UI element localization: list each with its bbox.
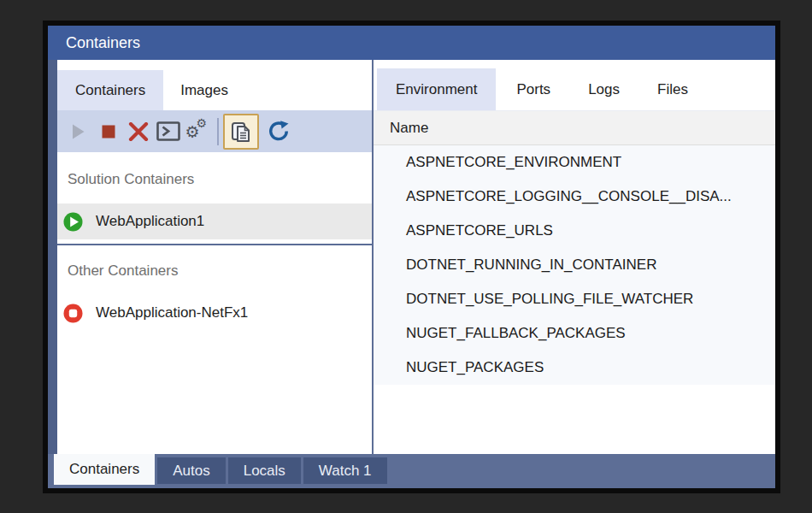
env-row[interactable]: ASPNETCORE_ENVIRONMENT	[374, 145, 775, 180]
section-divider	[57, 244, 372, 245]
stop-icon	[102, 125, 115, 139]
tab-files[interactable]: Files	[640, 68, 705, 110]
tab-environment[interactable]: Environment	[377, 68, 496, 110]
env-row[interactable]: DOTNET_USE_POLLING_FILE_WATCHER	[374, 282, 775, 316]
tab-images[interactable]: Images	[163, 70, 245, 110]
container-name: WebApplication-NetFx1	[96, 304, 248, 321]
container-running-icon	[63, 212, 83, 232]
tree-row-webapplication1[interactable]: WebApplication1	[57, 203, 372, 239]
bottom-tab-watch1[interactable]: Watch 1	[303, 457, 387, 484]
refresh-icon	[268, 121, 290, 143]
containers-tool-window: Containers Containers Images	[43, 21, 780, 493]
left-tab-strip: Containers Images	[57, 60, 372, 110]
column-header-name: Name	[390, 120, 428, 137]
section-header-other-containers: Other Containers	[57, 259, 372, 283]
tool-window-body: Containers Images	[57, 60, 775, 454]
details-tab-strip: Environment Ports Logs Files	[374, 60, 775, 110]
tab-logs[interactable]: Logs	[571, 68, 637, 110]
copy-button[interactable]	[223, 114, 259, 150]
containers-list-panel: Containers Images	[57, 60, 374, 454]
containers-tree: Solution Containers WebApplication1 Othe…	[57, 152, 372, 454]
containers-toolbar: ⚙⚙	[57, 110, 372, 152]
bottom-tab-autos[interactable]: Autos	[157, 457, 225, 484]
env-row[interactable]: NUGET_PACKAGES	[374, 351, 775, 385]
toolbar-separator	[217, 118, 219, 145]
bottom-tab-locals[interactable]: Locals	[228, 457, 301, 484]
remove-button[interactable]	[123, 113, 153, 150]
refresh-button[interactable]	[263, 113, 293, 150]
open-terminal-button[interactable]	[153, 113, 183, 150]
play-icon	[71, 123, 85, 140]
env-row[interactable]: NUGET_FALLBACK_PACKAGES	[374, 316, 775, 351]
env-variable-list: ASPNETCORE_ENVIRONMENT ASPNETCORE_LOGGIN…	[374, 145, 775, 385]
start-button[interactable]	[63, 113, 93, 150]
tree-row-webapplication-netfx1[interactable]: WebApplication-NetFx1	[57, 295, 372, 331]
env-row[interactable]: ASPNETCORE_URLS	[374, 214, 775, 248]
bottom-tool-window-tab-strip: Containers Autos Locals Watch 1	[48, 454, 775, 488]
tool-window-titlebar[interactable]: Containers	[48, 26, 775, 60]
tool-window-title: Containers	[66, 34, 140, 52]
tab-ports[interactable]: Ports	[499, 68, 568, 110]
env-list-empty-space	[374, 385, 775, 454]
section-header-solution-containers: Solution Containers	[57, 168, 372, 192]
container-details-panel: Environment Ports Logs Files Name ASPNET…	[374, 60, 775, 454]
container-name: WebApplication1	[96, 213, 204, 230]
stop-button[interactable]	[93, 113, 123, 150]
container-stopped-icon	[63, 304, 83, 323]
env-table-header[interactable]: Name	[374, 110, 775, 145]
bottom-tab-containers[interactable]: Containers	[54, 454, 155, 485]
tab-containers[interactable]: Containers	[57, 70, 163, 110]
copy-icon	[229, 120, 253, 144]
tab-images-label: Images	[180, 82, 228, 99]
env-row[interactable]: DOTNET_RUNNING_IN_CONTAINER	[374, 248, 775, 282]
tab-containers-label: Containers	[75, 82, 145, 99]
gears-icon: ⚙⚙	[185, 119, 211, 144]
env-row[interactable]: ASPNETCORE_LOGGING__CONSOLE__DISA...	[374, 180, 775, 214]
settings-button[interactable]: ⚙⚙	[183, 113, 213, 150]
close-icon	[128, 122, 149, 141]
terminal-icon	[156, 121, 180, 141]
